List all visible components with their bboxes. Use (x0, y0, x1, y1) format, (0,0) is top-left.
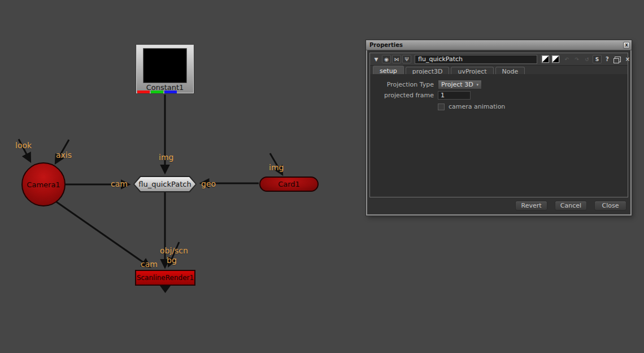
node-scanlinerender1[interactable]: ScanlineRender1 (135, 270, 195, 286)
center-node-icon[interactable]: ◉ (382, 55, 391, 63)
close-button[interactable]: Close (594, 201, 626, 210)
revert-button[interactable]: Revert (515, 201, 547, 210)
properties-title: Properties (369, 42, 403, 48)
help-icon[interactable]: ? (603, 55, 612, 63)
tab-content: Projection Type Project 3D ▾ projected f… (370, 74, 628, 197)
camera-animation-label: camera animation (449, 103, 505, 110)
node-name-input[interactable] (415, 55, 537, 64)
properties-body: ▼ ◉ ⋈ Ψ ↶ ↷ ↺ S ? × setup project3D uvPr… (367, 50, 630, 214)
projection-type-dropdown[interactable]: Project 3D ▾ (438, 80, 482, 89)
edge-label-cam-render: cam (141, 260, 158, 269)
projected-frame-input[interactable] (438, 91, 471, 100)
node-flu-quickpatch[interactable]: flu_quickPatch (133, 176, 197, 192)
picker-icon[interactable]: Ψ (402, 55, 411, 63)
node-color-swatch-icon[interactable] (541, 55, 550, 63)
node-constant1[interactable]: Constant1 (136, 44, 194, 94)
redo-icon[interactable]: ↷ (572, 55, 581, 63)
undo-icon[interactable]: ↶ (562, 55, 571, 63)
node-card1[interactable]: Card1 (259, 176, 319, 192)
edge-camera1-to-scanline[interactable] (56, 202, 149, 266)
bowtie-icon[interactable]: ⋈ (392, 55, 401, 63)
gl-color-swatch-icon[interactable] (551, 55, 560, 63)
edge-label-geo: geo (201, 180, 216, 188)
chevron-down-icon: ▾ (476, 83, 478, 87)
projected-frame-label: projected frame (370, 92, 434, 99)
cancel-button[interactable]: Cancel (555, 201, 587, 210)
constant1-thumbnail (143, 48, 187, 83)
properties-titlebar[interactable]: Properties x (366, 40, 632, 50)
node-camera1[interactable]: Camera1 (21, 162, 66, 206)
footer-buttons: Revert Cancel Close (515, 201, 626, 210)
edge-label-img-card: img (269, 163, 284, 172)
green-channel-bar (151, 91, 163, 93)
node-properties-panel: ▼ ◉ ⋈ Ψ ↶ ↷ ↺ S ? × setup project3D uvPr… (369, 53, 628, 197)
node-panel-toolbar: ▼ ◉ ⋈ Ψ ↶ ↷ ↺ S ? × (370, 53, 628, 66)
properties-window: Properties x ▼ ◉ ⋈ Ψ ↶ ↷ ↺ S ? × (366, 40, 632, 216)
edge-label-img: img (159, 153, 173, 162)
edge-label-look: look (15, 141, 32, 150)
projection-type-value: Project 3D (441, 81, 473, 88)
edge-label-cam: cam (111, 180, 128, 188)
revert-knobs-icon[interactable]: ↺ (582, 55, 591, 63)
edge-label-axis: axis (56, 151, 72, 160)
blue-channel-bar (164, 91, 177, 93)
edge-label-bg: bg (167, 256, 177, 265)
node-label: Card1 (278, 180, 300, 188)
float-panel-icon[interactable] (613, 55, 622, 63)
projection-type-label: Projection Type (370, 81, 434, 88)
window-close-button[interactable]: x (623, 42, 630, 49)
camera-animation-checkbox[interactable] (438, 104, 445, 110)
edge-label-obj-scn: obj/scn (160, 247, 188, 255)
scanline-output-arrow[interactable] (160, 286, 171, 293)
red-channel-bar (137, 91, 150, 93)
constant1-channel-bars (137, 91, 177, 93)
sync-button[interactable]: S (593, 55, 602, 63)
collapse-panel-icon[interactable]: ▼ (372, 55, 381, 63)
node-label: flu_quickPatch (138, 180, 191, 188)
close-panel-icon[interactable]: × (623, 55, 632, 63)
node-label: Camera1 (27, 180, 60, 189)
node-label: ScanlineRender1 (137, 274, 194, 282)
